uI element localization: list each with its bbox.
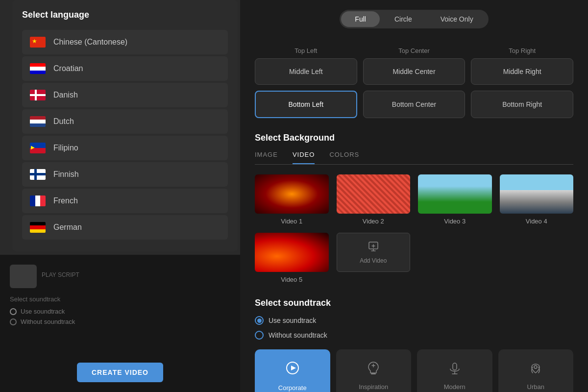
position-labels: Top Left Top Center Top Right (255, 43, 573, 58)
sound-card-modern[interactable]: Modern (417, 349, 492, 392)
language-list: Chinese (Cantonese) Croatian Danish Dutc… (22, 30, 228, 242)
video-grid: Video 1 Video 2 Video 3 Video 4 Video 5 (255, 174, 573, 283)
position-bottom-right[interactable]: Bottom Right (471, 91, 573, 118)
label-top-center: Top Center (363, 43, 466, 58)
position-bottom-left[interactable]: Bottom Left (255, 91, 357, 118)
toggle-bar: Full Circle Voice Only (255, 10, 573, 28)
sound-card-urban[interactable]: Urban (498, 349, 574, 392)
use-soundtrack-option[interactable]: Use soundtrack (255, 316, 573, 325)
video-thumb-5 (255, 233, 329, 272)
language-item-german[interactable]: German (22, 215, 228, 240)
language-item-croatian[interactable]: Croatian (22, 56, 228, 81)
video-label-2: Video 2 (363, 218, 384, 225)
toggle-circle[interactable]: Circle (381, 11, 426, 27)
use-soundtrack-circle (255, 316, 264, 325)
flag-german (30, 222, 46, 233)
language-item-danish[interactable]: Danish (22, 83, 228, 107)
right-panel: Full Circle Voice Only Top Left Top Cent… (240, 0, 588, 392)
position-section: Top Left Top Center Top Right Middle Lef… (255, 43, 573, 118)
soundtrack-title: Select soundtrack (255, 298, 573, 308)
flag-danish (30, 90, 46, 100)
language-item-french[interactable]: French (22, 189, 228, 213)
create-video-button[interactable]: CREATE VIDEO (77, 363, 163, 382)
left-panel: Select language Chinese (Cantonese) Croa… (0, 0, 240, 392)
video-thumb-1 (255, 174, 329, 214)
select-soundtrack-label: Select soundtrack (10, 295, 230, 303)
add-video-icon (368, 241, 379, 255)
use-soundtrack-option-label: Use soundtrack (269, 317, 316, 324)
without-soundtrack-option-label: Without soundtrack (269, 331, 327, 339)
video-thumb-2 (337, 174, 411, 214)
video-thumb-4 (500, 174, 574, 214)
video-item-2[interactable]: Video 2 (337, 174, 411, 225)
without-soundtrack-option[interactable]: Without soundtrack (255, 331, 573, 340)
toggle-full[interactable]: Full (341, 11, 380, 27)
background-title: Select Background (255, 133, 573, 143)
svg-point-9 (534, 366, 537, 368)
background-tab-bar: IMAGE VIDEO COLORS (255, 151, 573, 165)
flag-chinese-cantonese (30, 37, 46, 48)
position-middle-right[interactable]: Middle Right (471, 58, 573, 85)
video-item-1[interactable]: Video 1 (255, 174, 329, 225)
video-label-4: Video 4 (526, 218, 547, 225)
flag-filipino (30, 143, 46, 153)
inspiration-label: Inspiration (359, 383, 388, 391)
position-bottom-center[interactable]: Bottom Center (363, 91, 466, 118)
use-soundtrack-radio-label: Use soundtrack (21, 308, 65, 315)
position-bottom-row: Bottom Left Bottom Center Bottom Right (255, 91, 573, 118)
video-label-3: Video 3 (444, 218, 466, 225)
sound-category-grid: Corporate Inspiration (255, 349, 573, 392)
without-soundtrack-radio-label: Without soundtrack (21, 318, 75, 325)
without-soundtrack-circle (255, 331, 264, 340)
language-item-finnish[interactable]: Finnish (22, 162, 228, 187)
flag-french (30, 196, 46, 206)
urban-label: Urban (527, 383, 544, 391)
position-middle-left[interactable]: Middle Left (255, 58, 357, 85)
label-top-right: Top Right (471, 43, 573, 58)
add-video-label: Add Video (360, 257, 387, 264)
flag-dutch (30, 116, 46, 127)
sound-card-corporate[interactable]: Corporate (255, 349, 330, 392)
video-item-4[interactable]: Video 4 (500, 174, 574, 225)
language-item-filipino[interactable]: Filipino (22, 136, 228, 160)
corporate-label: Corporate (278, 384, 307, 392)
without-soundtrack-radio[interactable]: Without soundtrack (10, 318, 230, 325)
toggle-group: Full Circle Voice Only (340, 10, 488, 28)
flag-croatian (30, 63, 46, 74)
video-item-5[interactable]: Video 5 (255, 233, 329, 283)
video-item-add[interactable]: Add Video (337, 233, 411, 283)
modal-title: Select language (22, 10, 228, 20)
flag-finnish (30, 169, 46, 180)
inspiration-icon (366, 360, 381, 379)
language-modal: Select language Chinese (Cantonese) Croa… (12, 0, 238, 251)
position-middle-row: Middle Left Middle Center Middle Right (255, 58, 573, 85)
add-video-thumb: Add Video (337, 233, 411, 272)
soundtrack-radio-group: Use soundtrack Without soundtrack (255, 316, 573, 340)
language-item-chinese-cantonese[interactable]: Chinese (Cantonese) (22, 30, 228, 54)
tab-image[interactable]: IMAGE (255, 151, 278, 164)
language-name-dutch: Dutch (53, 117, 74, 126)
language-name-chinese-cantonese: Chinese (Cantonese) (53, 38, 127, 47)
tab-colors[interactable]: COLORS (329, 151, 359, 164)
video-label-5: Video 5 (281, 276, 302, 283)
language-name-french: French (53, 196, 78, 205)
svg-rect-6 (453, 363, 457, 370)
play-script-label: PLAY SCRIPT (42, 271, 79, 278)
corporate-icon (284, 359, 301, 380)
language-name-german: German (53, 223, 82, 232)
svg-marker-2 (291, 366, 296, 370)
language-name-danish: Danish (53, 91, 78, 99)
modern-label: Modern (444, 383, 466, 391)
language-name-croatian: Croatian (53, 64, 83, 73)
language-item-dutch[interactable]: Dutch (22, 109, 228, 134)
urban-icon (528, 360, 543, 379)
position-middle-center[interactable]: Middle Center (363, 58, 466, 85)
sound-card-inspiration[interactable]: Inspiration (336, 349, 412, 392)
soundtrack-section: Select soundtrack Use soundtrack Without… (255, 298, 573, 392)
toggle-voice-only[interactable]: Voice Only (427, 11, 487, 27)
use-soundtrack-radio[interactable]: Use soundtrack (10, 308, 230, 315)
tab-video[interactable]: VIDEO (293, 151, 315, 164)
video-item-3[interactable]: Video 3 (418, 174, 492, 225)
video-label-1: Video 1 (281, 218, 302, 225)
modern-icon (447, 360, 463, 379)
